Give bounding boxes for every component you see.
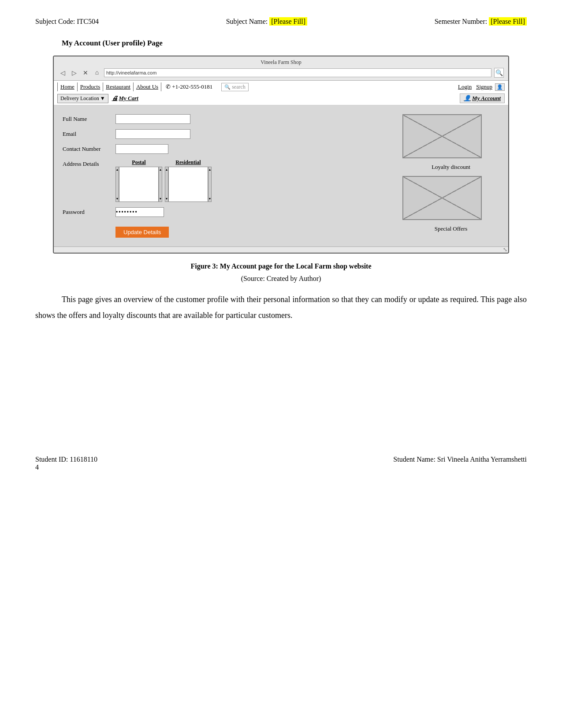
subject-code: Subject Code: ITC504 [35, 18, 99, 26]
site-navbar: Home Products Restaurant About Us ✆ +1-2… [54, 81, 508, 105]
footer-row: Student ID: 11618110 4 Student Name: Sri… [35, 455, 527, 471]
body-paragraph-1: This page gives an overview of the custo… [35, 291, 527, 323]
forward-button[interactable]: ▷ [70, 68, 78, 77]
password-input[interactable] [115, 207, 164, 217]
figure-caption: Figure 3: My Account page for the Local … [35, 262, 527, 270]
residential-textarea[interactable] [168, 167, 208, 202]
nav-right: Login Signup 👤 [456, 82, 505, 91]
special-offers-image [402, 176, 482, 220]
navbar-bottom: Delivery Location ▼ 🖨 My Cart 👤 My Accou… [57, 92, 505, 103]
address-inputs: Postal ▲ ▼ ▲ ▼ [115, 159, 212, 202]
delivery-location-button[interactable]: Delivery Location ▼ [57, 94, 108, 103]
nav-login[interactable]: Login [456, 82, 473, 91]
browser-search-button[interactable]: 🔍 [494, 68, 504, 78]
residential-label: Residential [175, 159, 201, 166]
nav-about-us[interactable]: About Us [134, 82, 161, 91]
my-account-button[interactable]: 👤 My Account [460, 93, 505, 103]
document-footer: Student ID: 11618110 4 Student Name: Sri… [35, 455, 527, 471]
postal-box: Postal ▲ ▼ ▲ ▼ [115, 159, 162, 202]
address-bar[interactable] [104, 68, 491, 77]
password-row: Password [63, 207, 394, 217]
loyalty-discount-label: Loyalty discount [402, 164, 499, 171]
postal-textarea[interactable] [119, 167, 159, 202]
contact-input[interactable] [115, 144, 168, 154]
nav-products[interactable]: Products [78, 82, 104, 91]
home-button[interactable]: ⌂ [93, 68, 101, 77]
contact-label: Contact Number [63, 144, 115, 153]
page-number: 4 [35, 463, 97, 471]
profile-photo [402, 114, 482, 158]
nav-phone: ✆ +1-202-555-0181 [166, 83, 212, 90]
navbar-top: Home Products Restaurant About Us ✆ +1-2… [57, 82, 505, 92]
full-name-label: Full Name [63, 114, 115, 123]
residential-box: Residential ▲ ▼ ▲ ▼ [165, 159, 212, 202]
document-header: Subject Code: ITC504 Subject Name: [Plea… [35, 18, 527, 26]
nav-icon-box: 👤 [495, 83, 505, 91]
back-button[interactable]: ◁ [58, 68, 67, 77]
update-button-row: Update Details [63, 222, 394, 238]
scroll-bottom-bar: ⤡ [54, 246, 508, 253]
subject-name: Subject Name: [Please Fill] [226, 18, 307, 26]
nav-home[interactable]: Home [57, 82, 78, 91]
my-account-label: My Account [472, 95, 501, 102]
email-row: Email [63, 129, 394, 139]
contact-row: Contact Number [63, 144, 394, 154]
browser-nav-bar: ◁ ▷ ✕ ⌂ 🔍 [58, 68, 504, 78]
search-placeholder: search [232, 84, 246, 90]
nav-signup[interactable]: Signup [474, 82, 494, 91]
search-icon: 🔍 [224, 84, 231, 90]
right-section: Loyalty discount Special Offers [402, 114, 499, 238]
form-section: Full Name Email Contact Number Address D… [63, 114, 394, 238]
special-offers-label: Special Offers [402, 225, 499, 232]
email-label: Email [63, 129, 115, 138]
source-caption: (Source: Created by Author) [35, 275, 527, 283]
address-label: Address Details [63, 159, 115, 168]
my-cart-button[interactable]: 🖨 My Cart [112, 95, 138, 102]
resize-handle: ⤡ [503, 246, 507, 253]
cart-icon: 🖨 [112, 95, 118, 102]
address-row: Address Details Postal ▲ ▼ ▲ [63, 159, 394, 202]
semester-number: Semester Number: [Please Fill] [435, 18, 527, 26]
browser-chrome: Vineela Farm Shop ◁ ▷ ✕ ⌂ 🔍 [54, 56, 508, 81]
update-details-button[interactable]: Update Details [115, 227, 169, 238]
section-title: My Account (User profile) Page [62, 39, 527, 48]
student-name: Student Name: Sri Vineela Anitha Yerrams… [393, 455, 527, 471]
browser-title-bar: Vineela Farm Shop [58, 59, 504, 66]
full-name-row: Full Name [63, 114, 394, 124]
student-id: Student ID: 11618110 [35, 455, 97, 463]
nav-restaurant[interactable]: Restaurant [103, 82, 134, 91]
footer-left: Student ID: 11618110 4 [35, 455, 97, 471]
password-label: Password [63, 207, 115, 216]
nav-search[interactable]: 🔍 search [221, 83, 249, 91]
postal-label: Postal [132, 159, 145, 166]
delivery-dropdown-icon: ▼ [100, 95, 105, 102]
my-cart-label: My Cart [119, 95, 138, 102]
delivery-location-label: Delivery Location [60, 95, 99, 102]
email-input[interactable] [115, 129, 190, 139]
full-name-input[interactable] [115, 114, 190, 124]
site-content: Full Name Email Contact Number Address D… [54, 105, 508, 246]
browser-mockup: Vineela Farm Shop ◁ ▷ ✕ ⌂ 🔍 Home Product… [53, 56, 509, 254]
account-icon: 👤 [464, 95, 471, 102]
close-button[interactable]: ✕ [81, 68, 90, 77]
